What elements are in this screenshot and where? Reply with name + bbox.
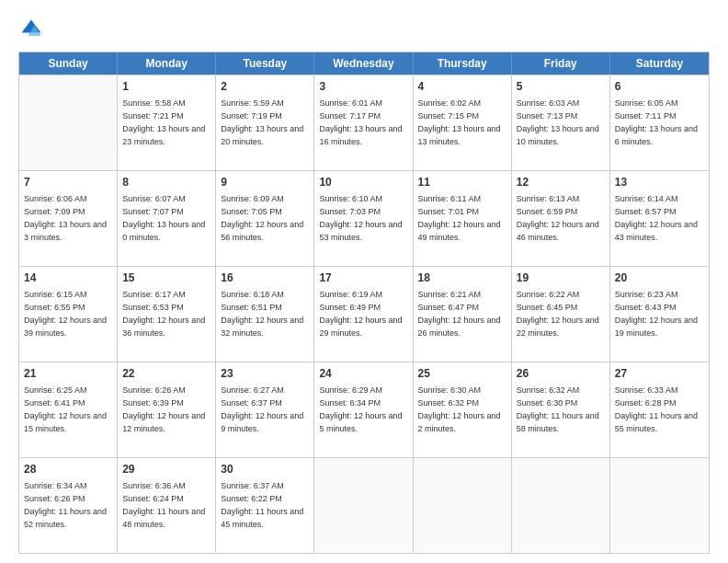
cal-cell: [512, 458, 610, 553]
week-row-1: 1Sunrise: 5:58 AMSunset: 7:21 PMDaylight…: [19, 75, 709, 170]
cell-info: Sunrise: 5:59 AMSunset: 7:19 PMDaylight:…: [221, 98, 303, 146]
cal-cell: 22Sunrise: 6:26 AMSunset: 6:39 PMDayligh…: [118, 362, 216, 457]
cell-info: Sunrise: 6:32 AMSunset: 6:30 PMDaylight:…: [517, 385, 599, 433]
cell-info: Sunrise: 6:26 AMSunset: 6:39 PMDaylight:…: [122, 385, 205, 433]
cal-cell: 7Sunrise: 6:06 AMSunset: 7:09 PMDaylight…: [19, 171, 118, 266]
day-number: 11: [418, 175, 506, 190]
day-header-sunday: Sunday: [19, 52, 118, 75]
day-header-thursday: Thursday: [414, 52, 512, 75]
cell-info: Sunrise: 6:02 AMSunset: 7:15 PMDaylight:…: [418, 98, 501, 146]
day-number: 20: [615, 270, 704, 286]
cal-cell: 16Sunrise: 6:18 AMSunset: 6:51 PMDayligh…: [216, 267, 314, 362]
cell-info: Sunrise: 6:15 AMSunset: 6:55 PMDaylight:…: [24, 290, 107, 338]
cell-info: Sunrise: 6:34 AMSunset: 6:26 PMDaylight:…: [24, 481, 107, 529]
day-number: 10: [319, 175, 407, 190]
cal-cell: 14Sunrise: 6:15 AMSunset: 6:55 PMDayligh…: [19, 267, 118, 362]
cell-info: Sunrise: 6:14 AMSunset: 6:57 PMDaylight:…: [615, 194, 698, 242]
day-header-tuesday: Tuesday: [216, 52, 314, 75]
day-number: 26: [517, 366, 605, 382]
week-row-5: 28Sunrise: 6:34 AMSunset: 6:26 PMDayligh…: [19, 457, 709, 553]
cal-cell: [414, 458, 512, 553]
cell-info: Sunrise: 6:17 AMSunset: 6:53 PMDaylight:…: [122, 290, 205, 338]
week-row-2: 7Sunrise: 6:06 AMSunset: 7:09 PMDaylight…: [19, 170, 709, 266]
cal-cell: 10Sunrise: 6:10 AMSunset: 7:03 PMDayligh…: [314, 171, 413, 266]
cell-info: Sunrise: 6:11 AMSunset: 7:01 PMDaylight:…: [418, 194, 501, 242]
cal-cell: 4Sunrise: 6:02 AMSunset: 7:15 PMDaylight…: [414, 75, 512, 170]
day-number: 12: [517, 175, 605, 190]
cell-info: Sunrise: 6:10 AMSunset: 7:03 PMDaylight:…: [319, 194, 402, 242]
cal-cell: 1Sunrise: 5:58 AMSunset: 7:21 PMDaylight…: [118, 75, 216, 170]
cell-info: Sunrise: 6:23 AMSunset: 6:43 PMDaylight:…: [615, 290, 698, 338]
cell-info: Sunrise: 6:27 AMSunset: 6:37 PMDaylight:…: [221, 385, 303, 433]
cal-cell: 13Sunrise: 6:14 AMSunset: 6:57 PMDayligh…: [610, 171, 709, 266]
cell-info: Sunrise: 6:37 AMSunset: 6:22 PMDaylight:…: [221, 481, 303, 529]
cal-cell: 12Sunrise: 6:13 AMSunset: 6:59 PMDayligh…: [512, 171, 610, 266]
day-number: 6: [615, 79, 704, 95]
cal-cell: 9Sunrise: 6:09 AMSunset: 7:05 PMDaylight…: [216, 171, 314, 266]
day-number: 5: [517, 79, 605, 95]
day-number: 21: [24, 366, 112, 382]
cal-cell: 27Sunrise: 6:33 AMSunset: 6:28 PMDayligh…: [610, 362, 709, 457]
cell-info: Sunrise: 6:21 AMSunset: 6:47 PMDaylight:…: [418, 290, 501, 338]
cell-info: Sunrise: 6:36 AMSunset: 6:24 PMDaylight:…: [122, 481, 205, 529]
cell-info: Sunrise: 6:06 AMSunset: 7:09 PMDaylight:…: [24, 194, 107, 242]
cell-info: Sunrise: 5:58 AMSunset: 7:21 PMDaylight:…: [122, 98, 205, 146]
cell-info: Sunrise: 6:07 AMSunset: 7:07 PMDaylight:…: [122, 194, 205, 242]
cell-info: Sunrise: 6:05 AMSunset: 7:11 PMDaylight:…: [615, 98, 698, 146]
day-number: 15: [122, 270, 210, 286]
cell-info: Sunrise: 6:25 AMSunset: 6:41 PMDaylight:…: [24, 385, 107, 433]
day-number: 7: [24, 175, 112, 190]
week-row-4: 21Sunrise: 6:25 AMSunset: 6:41 PMDayligh…: [19, 362, 709, 457]
cell-info: Sunrise: 6:30 AMSunset: 6:32 PMDaylight:…: [418, 385, 501, 433]
cal-cell: 20Sunrise: 6:23 AMSunset: 6:43 PMDayligh…: [610, 267, 709, 362]
day-number: 23: [221, 366, 309, 382]
cal-cell: 24Sunrise: 6:29 AMSunset: 6:34 PMDayligh…: [314, 362, 413, 457]
logo: [18, 17, 48, 42]
day-number: 4: [418, 79, 506, 95]
day-number: 27: [615, 366, 704, 382]
day-header-saturday: Saturday: [610, 52, 709, 75]
cal-cell: [610, 458, 709, 553]
day-header-wednesday: Wednesday: [314, 52, 413, 75]
logo-icon: [18, 17, 44, 42]
cal-cell: 29Sunrise: 6:36 AMSunset: 6:24 PMDayligh…: [118, 458, 216, 553]
cell-info: Sunrise: 6:18 AMSunset: 6:51 PMDaylight:…: [221, 290, 303, 338]
cell-info: Sunrise: 6:19 AMSunset: 6:49 PMDaylight:…: [319, 290, 402, 338]
day-number: 1: [122, 79, 210, 95]
calendar-body: 1Sunrise: 5:58 AMSunset: 7:21 PMDaylight…: [19, 75, 709, 553]
cell-info: Sunrise: 6:09 AMSunset: 7:05 PMDaylight:…: [221, 194, 303, 242]
day-number: 8: [122, 175, 210, 190]
day-number: 18: [418, 270, 506, 286]
day-number: 17: [319, 270, 407, 286]
cal-cell: 23Sunrise: 6:27 AMSunset: 6:37 PMDayligh…: [216, 362, 314, 457]
cal-cell: 19Sunrise: 6:22 AMSunset: 6:45 PMDayligh…: [512, 267, 610, 362]
cell-info: Sunrise: 6:22 AMSunset: 6:45 PMDaylight:…: [517, 290, 599, 338]
day-number: 13: [615, 175, 704, 190]
cell-info: Sunrise: 6:29 AMSunset: 6:34 PMDaylight:…: [319, 385, 402, 433]
week-row-3: 14Sunrise: 6:15 AMSunset: 6:55 PMDayligh…: [19, 266, 709, 362]
cal-cell: [19, 75, 118, 170]
day-header-friday: Friday: [512, 52, 610, 75]
cal-cell: 11Sunrise: 6:11 AMSunset: 7:01 PMDayligh…: [414, 171, 512, 266]
day-number: 28: [24, 462, 112, 477]
day-number: 16: [221, 270, 309, 286]
day-number: 30: [221, 462, 309, 477]
day-number: 24: [319, 366, 407, 382]
cal-cell: 3Sunrise: 6:01 AMSunset: 7:17 PMDaylight…: [314, 75, 413, 170]
cal-cell: 2Sunrise: 5:59 AMSunset: 7:19 PMDaylight…: [216, 75, 314, 170]
day-number: 9: [221, 175, 309, 190]
cell-info: Sunrise: 6:03 AMSunset: 7:13 PMDaylight:…: [517, 98, 599, 146]
day-number: 22: [122, 366, 210, 382]
cal-cell: 26Sunrise: 6:32 AMSunset: 6:30 PMDayligh…: [512, 362, 610, 457]
cal-cell: [314, 458, 413, 553]
day-number: 19: [517, 270, 605, 286]
page: SundayMondayTuesdayWednesdayThursdayFrid…: [0, 0, 728, 563]
cell-info: Sunrise: 6:01 AMSunset: 7:17 PMDaylight:…: [319, 98, 402, 146]
day-number: 3: [319, 79, 407, 95]
cal-cell: 21Sunrise: 6:25 AMSunset: 6:41 PMDayligh…: [19, 362, 118, 457]
cal-cell: 30Sunrise: 6:37 AMSunset: 6:22 PMDayligh…: [216, 458, 314, 553]
cal-cell: 28Sunrise: 6:34 AMSunset: 6:26 PMDayligh…: [19, 458, 118, 553]
day-number: 2: [221, 79, 309, 95]
day-number: 25: [418, 366, 506, 382]
cal-cell: 17Sunrise: 6:19 AMSunset: 6:49 PMDayligh…: [314, 267, 413, 362]
